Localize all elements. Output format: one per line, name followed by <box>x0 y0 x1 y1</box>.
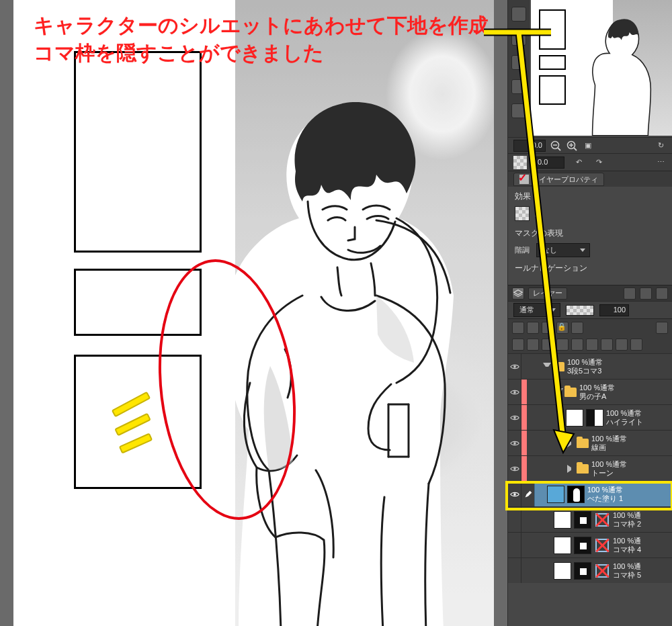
layer-row[interactable]: 100 %通常ハイライト <box>508 404 672 430</box>
new-folder-icon[interactable] <box>527 339 539 351</box>
svg-point-10 <box>513 442 516 445</box>
nav-icon[interactable] <box>511 103 526 118</box>
tool-icon[interactable] <box>556 339 569 351</box>
mask-thumb <box>586 409 603 427</box>
rotate-icon[interactable]: ↻ <box>655 140 667 152</box>
opacity-value[interactable]: 100 <box>599 304 629 316</box>
fold-icon[interactable] <box>543 363 551 371</box>
layer-palette-menu-icon[interactable] <box>656 287 668 300</box>
layer-property-body: 効果 マスクの表現 階調 なし ールナビゲーション <box>508 187 672 285</box>
visibility-eye-icon[interactable] <box>508 456 521 481</box>
tool-navigation-label: ールナビゲーション <box>515 263 665 274</box>
effect-swatches <box>515 206 665 221</box>
mask-thumb <box>567 486 585 503</box>
nav-icon[interactable] <box>511 55 526 70</box>
svg-point-11 <box>513 467 516 470</box>
visibility-eye-icon[interactable] <box>508 558 521 583</box>
pen-indicator-icon <box>521 482 535 506</box>
visibility-eye-icon[interactable] <box>508 354 521 379</box>
swatch-transparent[interactable] <box>515 206 530 221</box>
fold-icon[interactable] <box>567 439 575 447</box>
swatch-expand-icon[interactable] <box>535 210 539 217</box>
right-panels: 20.0 ▣ ↻ 0.0 ↶ ↷ ⋯ レイヤープロパティ 効果 マスクの表現 <box>507 0 672 626</box>
tool-icon[interactable] <box>616 339 628 351</box>
tool-icon[interactable] <box>571 322 583 334</box>
folder-icon <box>577 464 589 474</box>
tool-icon[interactable] <box>571 339 583 351</box>
red-caption: キャラクターのシルエットにあわせて下地を作成 コマ枠を隠すことができました <box>34 12 489 66</box>
visibility-eye-icon[interactable] <box>508 431 521 455</box>
layer-row[interactable]: 100 %通常3段5コマ3 <box>508 353 672 379</box>
nav-icon[interactable] <box>511 79 526 94</box>
frame-icon <box>594 512 610 528</box>
blend-mode-dropdown[interactable]: 通常 <box>513 303 560 317</box>
zoom-value[interactable]: 20.0 <box>513 140 546 152</box>
mask-thumb <box>574 562 591 580</box>
layer-palette-menu-icon[interactable] <box>640 287 652 300</box>
zoom-out-icon[interactable] <box>550 140 562 152</box>
effect-label: 効果 <box>515 191 665 202</box>
zoom-in-icon[interactable] <box>566 140 578 152</box>
visibility-eye-icon[interactable] <box>508 482 521 506</box>
visibility-eye-icon[interactable] <box>508 379 521 404</box>
svg-point-8 <box>513 391 516 394</box>
delete-layer-icon[interactable] <box>630 339 642 351</box>
layers-icon[interactable] <box>512 287 524 300</box>
mask-thumb <box>574 537 591 554</box>
gradation-label: 階調 <box>515 245 530 255</box>
manga-page <box>13 0 494 626</box>
layer-thumb <box>554 511 571 529</box>
mask-icon[interactable] <box>601 339 613 351</box>
layer-palette-menu-icon[interactable] <box>624 287 636 300</box>
layer-toolbar-1: 🔒 <box>508 318 672 336</box>
tool-icon[interactable] <box>542 339 554 351</box>
frame-icon <box>594 563 610 579</box>
navigator-panel <box>508 0 672 137</box>
history-more-icon[interactable]: ⋯ <box>655 156 667 169</box>
layer-property-tab-row: レイヤープロパティ <box>508 171 672 187</box>
lock-icon[interactable]: 🔒 <box>556 322 569 334</box>
history-value[interactable]: 0.0 <box>535 156 564 169</box>
visibility-eye-icon[interactable] <box>508 507 521 532</box>
svg-point-9 <box>513 416 516 419</box>
nav-icon[interactable] <box>511 31 526 46</box>
fold-icon[interactable] <box>567 465 575 473</box>
navigator-thumbnail[interactable] <box>531 0 672 136</box>
layer-row[interactable]: 100 %通常男の子A <box>508 379 672 404</box>
checker-icon[interactable] <box>513 156 527 169</box>
svg-line-6 <box>574 148 577 150</box>
nav-icon[interactable] <box>511 7 526 21</box>
folder-icon <box>552 362 564 371</box>
fit-icon[interactable]: ▣ <box>582 140 594 152</box>
undo-icon[interactable]: ↶ <box>573 156 585 169</box>
layer-thumb <box>566 409 583 427</box>
visibility-eye-icon[interactable] <box>508 405 521 430</box>
tool-icon[interactable] <box>542 322 554 334</box>
navigator-side-icons <box>508 0 530 137</box>
tool-icon[interactable] <box>586 339 598 351</box>
canvas-area[interactable]: キャラクターのシルエットにあわせて下地を作成 コマ枠を隠すことができました <box>0 0 507 626</box>
tool-icon[interactable] <box>527 322 539 334</box>
layer-tab[interactable]: レイヤー <box>528 287 567 300</box>
visibility-eye-icon[interactable] <box>508 533 521 557</box>
new-layer-icon[interactable] <box>512 339 524 351</box>
layer-list[interactable]: 100 %通常3段5コマ3 100 %通常男の子A 100 %通常ハイライト <box>508 353 672 583</box>
zoom-row: 20.0 ▣ ↻ <box>508 137 672 153</box>
navigator-figure <box>573 16 665 136</box>
gradation-dropdown[interactable]: なし <box>536 243 590 257</box>
tool-icon[interactable] <box>512 322 524 334</box>
layer-row[interactable]: 100 %通常トーン <box>508 455 672 481</box>
redo-icon[interactable]: ↷ <box>593 156 605 169</box>
tool-icon[interactable] <box>656 322 668 334</box>
layer-row[interactable]: 100 %通コマ枠 2 <box>508 506 672 532</box>
history-row: 0.0 ↶ ↷ ⋯ <box>508 153 672 171</box>
svg-point-7 <box>513 365 516 368</box>
layer-row-selected[interactable]: 100 %通常べた塗り 1 <box>508 481 672 506</box>
fold-icon[interactable] <box>555 388 563 396</box>
layer-row[interactable]: 100 %通コマ枠 4 <box>508 532 672 557</box>
layer-property-tab[interactable]: レイヤープロパティ <box>513 173 604 186</box>
red-check-icon <box>519 175 529 184</box>
layer-row[interactable]: 100 %通常線画 <box>508 430 672 455</box>
layer-row[interactable]: 100 %通コマ枠 5 <box>508 557 672 583</box>
opacity-slider[interactable] <box>566 305 594 316</box>
